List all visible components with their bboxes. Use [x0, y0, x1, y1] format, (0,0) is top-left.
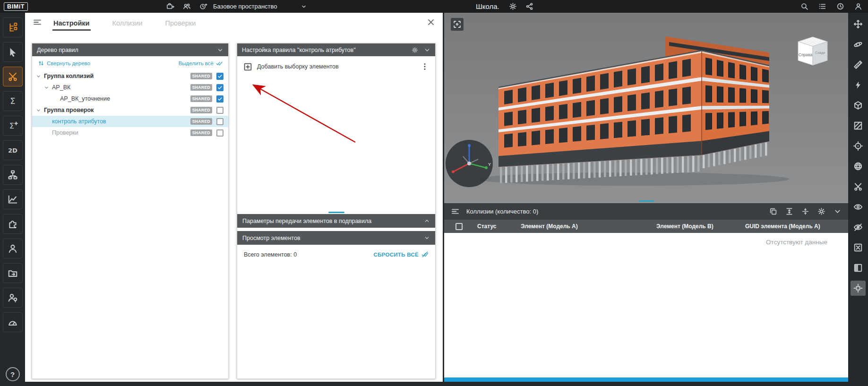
- tree-row[interactable]: АР_ВК_уточнениеSHARED: [32, 93, 228, 104]
- tree-row[interactable]: Группа проверокSHARED: [32, 104, 228, 116]
- tab-0[interactable]: Настройки: [52, 14, 91, 31]
- select-all-link[interactable]: Выделить всё: [179, 60, 223, 67]
- tree-row[interactable]: АР_ВКSHARED: [32, 82, 228, 93]
- close-panel-button[interactable]: [427, 18, 435, 26]
- duplicate-icon[interactable]: [769, 207, 777, 215]
- chevron-up-icon[interactable]: [424, 218, 430, 224]
- history-icon[interactable]: [836, 2, 844, 10]
- viewport-splitter-handle[interactable]: [638, 200, 654, 202]
- viewport-tool-sphere[interactable]: [851, 159, 866, 174]
- reset-all-button[interactable]: СБРОСИТЬ ВСЁ: [373, 251, 429, 258]
- settings-gear-icon[interactable]: [412, 47, 418, 53]
- empty-state-text: Отсутствуют данные: [766, 239, 827, 246]
- chevron-down-icon[interactable]: [424, 47, 430, 53]
- viewport-tool-transparency[interactable]: [851, 260, 866, 275]
- tool-view-2d[interactable]: 2D: [3, 140, 23, 160]
- tree-item-checkbox[interactable]: [216, 118, 223, 125]
- column-status[interactable]: Статус: [473, 223, 517, 230]
- tree-item-checkbox[interactable]: [216, 129, 223, 137]
- tool-plugins[interactable]: [3, 214, 23, 234]
- kebab-menu-icon[interactable]: [421, 62, 429, 71]
- tree-item-checkbox[interactable]: [216, 107, 223, 114]
- recent-icon[interactable]: [199, 2, 207, 10]
- expander-icon[interactable]: [36, 73, 44, 79]
- tab-1[interactable]: Коллизии: [112, 14, 144, 31]
- viewport-tool-explode[interactable]: [851, 281, 866, 296]
- tool-shared-folder[interactable]: [3, 263, 23, 283]
- collapse-panel-icon[interactable]: [834, 207, 842, 215]
- chevron-down-icon[interactable]: [424, 235, 430, 241]
- panel-splitter[interactable]: [237, 211, 435, 214]
- tool-dashboard[interactable]: [3, 312, 23, 332]
- add-selection-button[interactable]: [243, 62, 252, 71]
- select-all-checkbox[interactable]: [455, 223, 463, 230]
- tool-user[interactable]: [3, 239, 23, 258]
- column-element-a[interactable]: Элемент (Модель A): [517, 223, 653, 230]
- tab-2[interactable]: Проверки: [164, 14, 197, 31]
- cube-face-front-label[interactable]: Справа: [799, 52, 813, 57]
- navigation-cube[interactable]: Справа Сзади: [794, 35, 831, 67]
- column-guid-a[interactable]: GUID элемента (Модель A): [741, 223, 848, 230]
- list-icon[interactable]: [818, 2, 826, 10]
- axis-gizmo[interactable]: Y: [444, 138, 494, 189]
- viewport-tool-pan[interactable]: [851, 17, 866, 32]
- tree-row[interactable]: ПроверкиSHARED: [32, 127, 228, 138]
- tool-model-tree[interactable]: [3, 17, 23, 37]
- collapse-tree-link[interactable]: Свернуть дерево: [38, 60, 90, 67]
- expander-icon[interactable]: [44, 84, 52, 91]
- profile-icon[interactable]: [854, 2, 862, 10]
- rule-panel-title: Настройка правила "контроль атрибутов": [242, 47, 406, 53]
- share-icon[interactable]: [525, 2, 533, 10]
- collisions-table-body: Отсутствуют данные: [444, 233, 848, 377]
- tool-user-pin[interactable]: [3, 288, 23, 308]
- tool-structure[interactable]: [3, 165, 23, 185]
- viewport-tool-section-plane[interactable]: [851, 118, 866, 133]
- chevron-down-icon[interactable]: [217, 47, 223, 53]
- tree-item-label: контроль атрибутов: [52, 118, 106, 125]
- workspace-selector[interactable]: Базовое пространство: [213, 3, 307, 10]
- help-button[interactable]: ?: [6, 367, 20, 381]
- tree-item-checkbox[interactable]: [216, 95, 223, 103]
- viewport-tool-box-x[interactable]: [851, 240, 866, 255]
- transfer-section-header[interactable]: Параметры передачи элементов в подправил…: [237, 214, 435, 228]
- settings-gear-icon[interactable]: [509, 2, 517, 10]
- tree-row[interactable]: контроль атрибутовSHARED: [32, 116, 228, 127]
- viewport-tool-orbit[interactable]: [851, 37, 866, 52]
- tree-item-checkbox[interactable]: [216, 73, 223, 80]
- building-model[interactable]: [444, 13, 848, 203]
- viewport-tool-bolt[interactable]: [851, 77, 866, 93]
- viewport-tool-focus[interactable]: [851, 138, 866, 154]
- shared-badge: SHARED: [190, 107, 212, 113]
- preview-section-header[interactable]: Просмотр элементов: [237, 231, 435, 245]
- rule-panel-header[interactable]: Настройка правила "контроль атрибутов": [237, 43, 435, 56]
- tool-select-cursor[interactable]: [3, 42, 23, 62]
- app-logo[interactable]: BIMiT: [4, 2, 28, 11]
- tool-sum[interactable]: Σ: [3, 91, 23, 111]
- viewport-tool-eye[interactable]: [851, 199, 866, 214]
- tool-clash-rules[interactable]: [3, 67, 23, 86]
- tree-panel-header[interactable]: Дерево правил: [32, 43, 228, 56]
- svg-text:2D: 2D: [8, 147, 17, 154]
- fit-height-icon[interactable]: [785, 207, 793, 215]
- viewport-focus-button[interactable]: [451, 18, 464, 31]
- splitter-handle[interactable]: [328, 212, 344, 213]
- align-middle-icon[interactable]: [801, 207, 809, 215]
- panel-menu-icon[interactable]: [33, 17, 42, 27]
- column-element-b[interactable]: Элемент (Модель B): [653, 223, 741, 230]
- viewport-tool-section-box[interactable]: [851, 98, 866, 113]
- collisions-menu-icon[interactable]: [451, 207, 460, 216]
- cube-face-side-label[interactable]: Сзади: [815, 51, 825, 55]
- search-icon[interactable]: [800, 2, 808, 10]
- tree-item-checkbox[interactable]: [216, 84, 223, 91]
- viewport-tool-eye-off[interactable]: [851, 220, 866, 235]
- viewport-tool-scissors[interactable]: [851, 179, 866, 194]
- add-project-icon[interactable]: [166, 2, 174, 10]
- settings-gear-icon[interactable]: [817, 207, 825, 215]
- team-icon[interactable]: [183, 2, 191, 10]
- expander-icon[interactable]: [36, 107, 44, 113]
- tool-sum-plus[interactable]: Σ: [3, 116, 23, 136]
- tool-graph[interactable]: [3, 189, 23, 209]
- viewport-tool-ruler[interactable]: [851, 57, 866, 72]
- tree-row[interactable]: Группа коллизийSHARED: [32, 70, 228, 82]
- viewport-3d[interactable]: Справа Сзади Y: [444, 13, 848, 203]
